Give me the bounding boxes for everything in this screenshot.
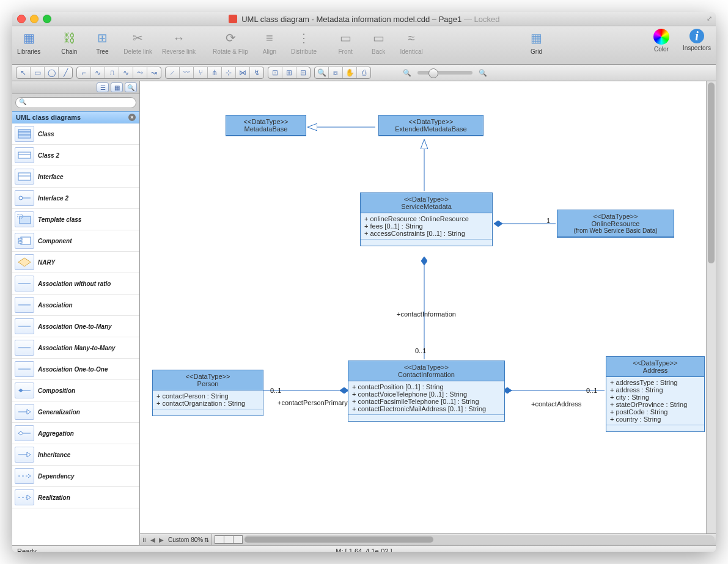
diagram-canvas[interactable]: <<DataType>>MetadataBase <<DataType>>Ext…: [140, 81, 716, 545]
pause-icon[interactable]: ⏸: [140, 535, 149, 544]
connector-3[interactable]: ⎍: [105, 67, 119, 78]
page-tabs[interactable]: [215, 535, 242, 544]
shape-item[interactable]: Class: [12, 123, 139, 145]
view-list-icon[interactable]: ☰: [97, 82, 109, 92]
zoom-area-tool[interactable]: ⧈: [329, 67, 343, 78]
group-2[interactable]: ⊞: [282, 67, 296, 78]
front-button[interactable]: ▭Front: [334, 29, 357, 55]
canvas-vscrollbar[interactable]: [706, 81, 716, 534]
ellipse-tool[interactable]: ◯: [45, 67, 59, 78]
prev-page-icon[interactable]: ◀: [149, 535, 157, 544]
class-extendedmetadatabase[interactable]: <<DataType>>ExtendedMetadataBase: [378, 115, 483, 136]
class-metadatabase[interactable]: <<DataType>>MetadataBase: [226, 115, 306, 136]
shape-item[interactable]: Realization: [12, 487, 139, 508]
line-tool[interactable]: ╱: [59, 67, 72, 78]
grid-button[interactable]: ▦Grid: [525, 29, 548, 55]
connector-1[interactable]: ⌐: [77, 67, 91, 78]
class-address[interactable]: <<DataType>>Address + addressType : Stri…: [606, 356, 705, 432]
canvas-hscrollbar[interactable]: [243, 535, 715, 544]
identical-button[interactable]: ≈Identical: [400, 29, 423, 55]
canvas-area[interactable]: <<DataType>>MetadataBase <<DataType>>Ext…: [140, 81, 716, 545]
shape-label: Aggregation: [38, 430, 74, 437]
connector-2[interactable]: ∿: [91, 67, 105, 78]
shape-item[interactable]: Association without ratio: [12, 273, 139, 295]
shape-item[interactable]: Association Many-to-Many: [12, 337, 139, 359]
shape-item[interactable]: NARY: [12, 252, 139, 273]
zoom-stepper-icon[interactable]: ⇅: [204, 537, 209, 543]
shape-item[interactable]: Association One-to-Many: [12, 316, 139, 337]
page-tab[interactable]: [233, 535, 243, 544]
svg-rect-3: [18, 152, 31, 158]
label-onlineres-mult: 1: [546, 217, 550, 224]
path-7[interactable]: ↯: [250, 67, 263, 78]
shape-label: Generalization: [38, 409, 80, 416]
reverse-link-button[interactable]: ↔Reverse link: [162, 29, 196, 55]
sidebar-search-input[interactable]: [15, 97, 136, 108]
fullscreen-icon[interactable]: ⤢: [707, 15, 712, 23]
zoom-in-icon[interactable]: 🔍: [479, 69, 487, 77]
path-2[interactable]: 〰: [180, 67, 194, 78]
rect-tool[interactable]: ▭: [31, 67, 45, 78]
shape-thumb-icon: [15, 276, 34, 291]
inspectors-button[interactable]: iInspectors: [683, 29, 711, 53]
shape-item[interactable]: Generalization: [12, 401, 139, 423]
class-person[interactable]: <<DataType>>Person + contactPerson : Str…: [152, 370, 263, 416]
window-title: UML class diagram - Metadata information…: [12, 15, 716, 24]
zoom-out-icon[interactable]: 🔍: [403, 69, 411, 77]
shape-item[interactable]: Interface 2: [12, 188, 139, 209]
rotate-flip-button[interactable]: ⟳Rotate & Flip: [213, 29, 248, 55]
path-6[interactable]: ⋈: [236, 67, 250, 78]
chain-button[interactable]: ⛓Chain: [57, 29, 81, 55]
class-contactinformation[interactable]: <<DataType>>ContactInformation + contact…: [348, 361, 505, 422]
shape-item[interactable]: Aggregation: [12, 423, 139, 444]
view-search-icon[interactable]: 🔍: [125, 82, 137, 92]
shape-item[interactable]: Composition: [12, 380, 139, 401]
shape-item[interactable]: Inheritance: [12, 444, 139, 466]
shape-item[interactable]: Class 2: [12, 145, 139, 166]
zoom-slider[interactable]: [417, 71, 472, 75]
connector-5[interactable]: ⤳: [133, 67, 147, 78]
distribute-button[interactable]: ⋮Distribute: [291, 29, 317, 55]
path-5[interactable]: ⊹: [222, 67, 236, 78]
category-close-icon[interactable]: ×: [128, 114, 136, 121]
connector-6[interactable]: ↝: [147, 67, 161, 78]
path-3[interactable]: ⑂: [194, 67, 208, 78]
shape-item[interactable]: Template class: [12, 209, 139, 230]
shape-label: Composition: [38, 387, 75, 394]
color-button[interactable]: Color: [650, 29, 673, 53]
tree-button[interactable]: ⊞Tree: [90, 29, 114, 55]
class-servicemetadata[interactable]: <<DataType>>ServiceMetadata + onlineReso…: [360, 192, 493, 246]
shape-item[interactable]: Dependency: [12, 466, 139, 487]
shape-label: Association without ratio: [38, 280, 111, 287]
doc-icon: [229, 15, 237, 23]
canvas-footer: ⏸ ◀ ▶ Custom 80% ⇅: [140, 533, 716, 545]
shape-item[interactable]: Association One-to-One: [12, 359, 139, 380]
shape-thumb-icon: [15, 169, 34, 185]
next-page-icon[interactable]: ▶: [157, 535, 166, 544]
pointer-tool[interactable]: ↖: [17, 67, 31, 78]
class-onlineresource[interactable]: <<DataType>>OnlineResource(from Web Serv…: [557, 210, 674, 238]
shape-category-header[interactable]: UML class diagrams ×: [12, 111, 139, 123]
back-button[interactable]: ▭Back: [367, 29, 390, 55]
view-grid-icon[interactable]: ▦: [111, 82, 123, 92]
app-window: UML class diagram - Metadata information…: [12, 12, 716, 552]
print-tool[interactable]: ⎙: [357, 67, 370, 78]
group-3[interactable]: ⊟: [296, 67, 310, 78]
path-1[interactable]: ⟋: [166, 67, 180, 78]
page-tab[interactable]: [215, 535, 224, 544]
delete-link-button[interactable]: ✂Delete link: [123, 29, 152, 55]
align-button[interactable]: ≡Align: [258, 29, 281, 55]
connector-4[interactable]: ∿: [119, 67, 133, 78]
zoom-tool[interactable]: 🔍: [315, 67, 329, 78]
svg-point-7: [19, 196, 23, 200]
group-1[interactable]: ⊡: [268, 67, 282, 78]
page-tab[interactable]: [224, 535, 233, 544]
shape-list[interactable]: ClassClass 2InterfaceInterface 2Template…: [12, 123, 139, 545]
shape-thumb-icon: [15, 404, 34, 420]
libraries-button[interactable]: ▦Libraries: [17, 29, 40, 55]
path-4[interactable]: ⋔: [208, 67, 222, 78]
shape-item[interactable]: Interface: [12, 166, 139, 188]
shape-item[interactable]: Component: [12, 230, 139, 252]
pan-tool[interactable]: ✋: [343, 67, 357, 78]
shape-item[interactable]: Association: [12, 295, 139, 316]
